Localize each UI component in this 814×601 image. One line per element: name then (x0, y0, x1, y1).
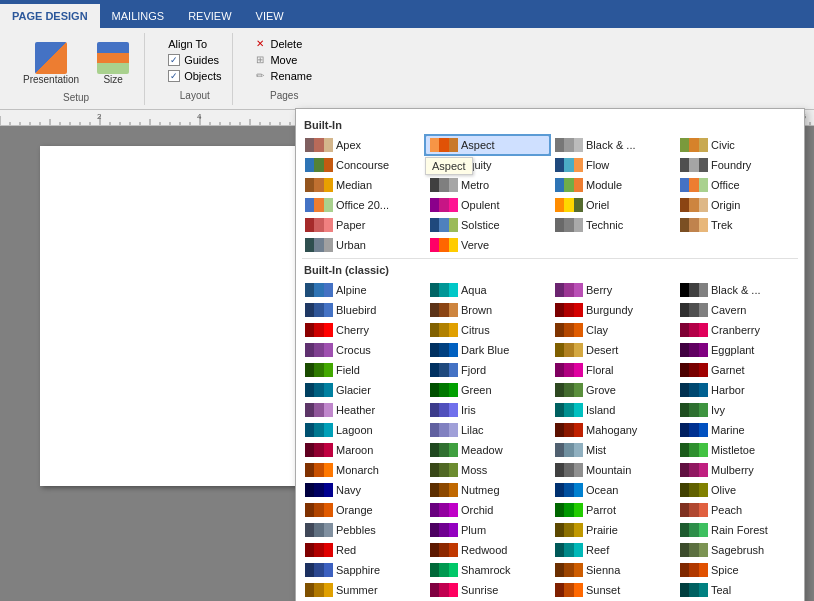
theme-item[interactable]: Office (675, 175, 800, 195)
objects-checkbox[interactable] (168, 70, 180, 82)
theme-item[interactable]: Office 20... (300, 195, 425, 215)
theme-item[interactable]: Cherry (300, 320, 425, 340)
theme-item[interactable]: Paper (300, 215, 425, 235)
theme-item[interactable]: Burgundy (550, 300, 675, 320)
guides-item[interactable]: Guides (165, 53, 224, 67)
theme-item[interactable]: Origin (675, 195, 800, 215)
theme-item[interactable]: Plum (425, 520, 550, 540)
theme-item[interactable]: Mahogany (550, 420, 675, 440)
objects-item[interactable]: Objects (165, 69, 224, 83)
theme-item[interactable]: Navy (300, 480, 425, 500)
theme-item[interactable]: Ivy (675, 400, 800, 420)
theme-item[interactable]: Mist (550, 440, 675, 460)
theme-item[interactable]: Olive (675, 480, 800, 500)
theme-item[interactable]: Ocean (550, 480, 675, 500)
align-to-item[interactable]: Align To (165, 37, 224, 51)
theme-item[interactable]: Orchid (425, 500, 550, 520)
theme-item[interactable]: Apex (300, 135, 425, 155)
theme-item[interactable]: Harbor (675, 380, 800, 400)
theme-item[interactable]: Floral (550, 360, 675, 380)
theme-item[interactable]: Nutmeg (425, 480, 550, 500)
theme-item[interactable]: Maroon (300, 440, 425, 460)
theme-item[interactable]: Teal (675, 580, 800, 600)
theme-item[interactable]: Red (300, 540, 425, 560)
theme-item[interactable]: Sienna (550, 560, 675, 580)
theme-item[interactable]: Oriel (550, 195, 675, 215)
theme-item[interactable]: Concourse (300, 155, 425, 175)
theme-item[interactable]: Orange (300, 500, 425, 520)
theme-item[interactable]: Civic (675, 135, 800, 155)
theme-item[interactable]: Field (300, 360, 425, 380)
theme-item[interactable]: Fjord (425, 360, 550, 380)
theme-item[interactable]: Rain Forest (675, 520, 800, 540)
theme-item[interactable]: Verve (425, 235, 550, 255)
size-button[interactable]: Size (90, 37, 136, 90)
theme-item[interactable]: Solstice (425, 215, 550, 235)
tab-review[interactable]: REVIEW (176, 4, 243, 28)
theme-item[interactable]: Opulent (425, 195, 550, 215)
theme-item[interactable]: Sunset (550, 580, 675, 600)
theme-item[interactable]: Bluebird (300, 300, 425, 320)
theme-item[interactable]: Heather (300, 400, 425, 420)
theme-item[interactable]: Marine (675, 420, 800, 440)
theme-item[interactable]: Moss (425, 460, 550, 480)
theme-item[interactable]: Spice (675, 560, 800, 580)
guides-checkbox[interactable] (168, 54, 180, 66)
theme-item[interactable]: Pebbles (300, 520, 425, 540)
theme-item[interactable]: Sunrise (425, 580, 550, 600)
theme-item[interactable]: Clay (550, 320, 675, 340)
theme-item[interactable]: Summer (300, 580, 425, 600)
tab-page-design[interactable]: PAGE DESIGN (0, 4, 100, 28)
theme-item[interactable]: Redwood (425, 540, 550, 560)
theme-item[interactable]: Glacier (300, 380, 425, 400)
theme-item[interactable]: Lagoon (300, 420, 425, 440)
theme-item[interactable]: Peach (675, 500, 800, 520)
theme-item[interactable]: Aspect (425, 135, 550, 155)
theme-item[interactable]: Cranberry (675, 320, 800, 340)
theme-item[interactable]: Eggplant (675, 340, 800, 360)
theme-item[interactable]: Sapphire (300, 560, 425, 580)
tab-view[interactable]: VIEW (244, 4, 296, 28)
delete-item[interactable]: ✕ Delete (253, 37, 315, 51)
theme-item[interactable]: Equity (425, 155, 550, 175)
theme-item[interactable]: Shamrock (425, 560, 550, 580)
theme-item[interactable]: Dark Blue (425, 340, 550, 360)
theme-item[interactable]: Garnet (675, 360, 800, 380)
theme-item[interactable]: Black & ... (550, 135, 675, 155)
theme-item[interactable]: Urban (300, 235, 425, 255)
theme-item[interactable]: Cavern (675, 300, 800, 320)
theme-item[interactable]: Module (550, 175, 675, 195)
theme-item[interactable]: Island (550, 400, 675, 420)
theme-item[interactable]: Mistletoe (675, 440, 800, 460)
theme-item[interactable]: Sagebrush (675, 540, 800, 560)
move-item[interactable]: ⊞ Move (253, 53, 315, 67)
theme-item[interactable]: Metro (425, 175, 550, 195)
rename-item[interactable]: ✏ Rename (253, 69, 315, 83)
theme-item[interactable]: Mulberry (675, 460, 800, 480)
theme-item[interactable]: Technic (550, 215, 675, 235)
theme-item[interactable]: Mountain (550, 460, 675, 480)
theme-item[interactable]: Foundry (675, 155, 800, 175)
theme-item[interactable]: Iris (425, 400, 550, 420)
theme-item[interactable]: Reef (550, 540, 675, 560)
theme-item[interactable]: Monarch (300, 460, 425, 480)
theme-item[interactable]: Median (300, 175, 425, 195)
tab-mailings[interactable]: MAILINGS (100, 4, 177, 28)
theme-item[interactable]: Meadow (425, 440, 550, 460)
theme-item[interactable]: Grove (550, 380, 675, 400)
theme-item[interactable]: Alpine (300, 280, 425, 300)
presentation-button[interactable]: Presentation (16, 37, 86, 90)
theme-item[interactable]: Green (425, 380, 550, 400)
theme-item[interactable]: Parrot (550, 500, 675, 520)
theme-item[interactable]: Aqua (425, 280, 550, 300)
theme-item[interactable]: Desert (550, 340, 675, 360)
theme-item[interactable]: Trek (675, 215, 800, 235)
theme-item[interactable]: Lilac (425, 420, 550, 440)
theme-item[interactable]: Flow (550, 155, 675, 175)
theme-item[interactable]: Citrus (425, 320, 550, 340)
theme-item[interactable]: Berry (550, 280, 675, 300)
theme-item[interactable]: Crocus (300, 340, 425, 360)
theme-item[interactable]: Prairie (550, 520, 675, 540)
theme-item[interactable]: Brown (425, 300, 550, 320)
theme-item[interactable]: Black & ... (675, 280, 800, 300)
